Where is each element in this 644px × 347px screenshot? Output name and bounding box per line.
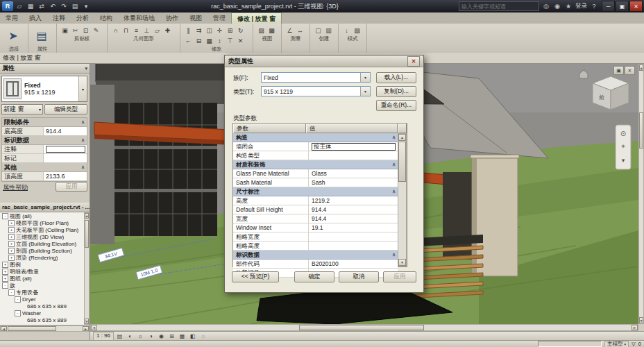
scroll-up-icon[interactable]: ▲ [639, 65, 643, 71]
scroll-up-icon[interactable]: ▲ [85, 213, 89, 219]
rendering-icon[interactable]: ◉ [157, 332, 166, 340]
redo-icon[interactable]: ↷ [59, 2, 69, 11]
properties-icon[interactable]: ▤ [31, 25, 52, 46]
split-face-icon[interactable]: ▱ [152, 25, 162, 35]
canvas-vscrollbar[interactable]: ▲ ▼ [638, 64, 644, 324]
mirror-icon[interactable]: ◫ [204, 25, 214, 35]
minimize-button[interactable]: ─ [602, 1, 615, 12]
param-value[interactable]: 1219.2 [309, 196, 398, 205]
browser-item[interactable]: -专用设备 [0, 289, 84, 296]
scale-icon[interactable]: ↕ [214, 35, 225, 46]
param-value[interactable] [309, 242, 398, 250]
browser-hscroll-thumb[interactable] [8, 326, 56, 331]
rotate-icon[interactable]: ↻ [235, 25, 246, 35]
browser-item[interactable]: +天花板平面 (Ceiling Plan) [0, 226, 84, 233]
ribbon-tab-4[interactable]: 分析 [71, 12, 94, 24]
collapse-icon[interactable]: ∧ [392, 133, 396, 142]
project-browser-header[interactable]: rac_basic_sample_project.rvt - ... [0, 203, 90, 212]
filter-icon[interactable]: ▽ [632, 341, 636, 347]
type-selector[interactable]: Fixed 915 x 1219 ▾ [1, 76, 87, 102]
pin-icon[interactable]: ⊤ [225, 35, 235, 46]
crop-view-icon[interactable]: ⊞ [167, 332, 176, 340]
visual-style-icon[interactable]: ◐ [126, 332, 135, 340]
tree-expander-icon[interactable]: + [8, 241, 15, 247]
thin-lines-icon[interactable]: ▨ [256, 25, 266, 35]
scroll-left-icon[interactable]: ◄ [1, 326, 7, 331]
close-button[interactable]: ✕ [629, 1, 643, 12]
group-icon[interactable]: ▥ [323, 25, 334, 35]
property-value[interactable]: 2133.6 [44, 172, 87, 180]
model-in-place-icon[interactable]: ▧ [352, 25, 362, 35]
tree-expander-icon[interactable]: - [2, 213, 8, 219]
offset-icon[interactable]: ⇉ [194, 25, 204, 35]
vscroll-thumb[interactable] [639, 112, 643, 149]
load-family-icon[interactable]: ↓ [341, 25, 352, 35]
ribbon-tab-6[interactable]: 体量和场地 [118, 12, 160, 24]
modify-tool-icon[interactable]: ➤ [3, 25, 24, 46]
param-value[interactable]: 按主体 [309, 142, 398, 151]
browser-item[interactable]: 686 x 635 x 889 [0, 303, 84, 310]
param-value-editor[interactable]: 按主体 [312, 143, 396, 151]
tree-expander-icon[interactable]: + [8, 255, 15, 261]
type-combo[interactable]: 915 x 1219 ▾ [261, 86, 371, 96]
view-close-button[interactable]: ✕ [625, 66, 635, 75]
cancel-button[interactable]: 取消 [339, 271, 379, 282]
param-value[interactable]: B2020100 [309, 260, 398, 268]
collapse-icon[interactable]: ∧ [81, 163, 85, 171]
tree-expander-icon[interactable]: + [2, 276, 8, 282]
param-group[interactable]: 尺寸标注∧ [233, 187, 398, 196]
favorites-icon[interactable]: ★ [564, 2, 573, 11]
tree-expander-icon[interactable]: - [8, 289, 15, 296]
delete-icon[interactable]: ✕ [235, 35, 246, 46]
property-group[interactable]: 其他∧ [2, 163, 87, 172]
browser-vscroll-thumb[interactable] [85, 220, 89, 248]
chevron-down-icon[interactable]: ▾ [360, 87, 370, 96]
copy-element-icon[interactable]: ⊞ [225, 25, 235, 35]
sync-icon[interactable]: ⇄ [37, 2, 46, 11]
help-icon[interactable]: ? [589, 2, 599, 11]
dialog-close-button[interactable]: ✕ [407, 56, 420, 67]
collapse-icon[interactable]: ∧ [81, 118, 85, 126]
canvas-hscrollbar[interactable]: ◄ ► [90, 324, 638, 331]
browser-item[interactable]: +剖面 (Building Section) [0, 247, 84, 254]
cut-geometry-icon[interactable]: ⊓ [121, 25, 131, 35]
app-menu-button[interactable]: R [2, 1, 13, 11]
dialog-titlebar[interactable]: 类型属性 ✕ [225, 56, 423, 67]
trim-icon[interactable]: ⌐ [183, 35, 194, 46]
edit-type-button[interactable]: 编辑类型 [44, 104, 87, 115]
param-value[interactable]: Sash [309, 178, 398, 187]
ribbon-tab-10[interactable]: 修改 | 放置 窗 [231, 12, 282, 24]
qat-customize-icon[interactable]: ▾ [81, 2, 91, 11]
wall-joins-icon[interactable]: ⊥ [142, 25, 152, 35]
pan-icon[interactable]: ⌖ [621, 142, 625, 150]
browser-item[interactable]: +楼层平面 (Floor Plan) [0, 219, 84, 226]
cope-icon[interactable]: ∩ [110, 25, 121, 35]
dialog-apply-button[interactable]: 应用 [383, 271, 416, 282]
scroll-up-icon[interactable]: ▲ [398, 134, 406, 141]
param-value[interactable]: 914.4 [309, 214, 398, 223]
detail-level-icon[interactable]: ▤ [115, 332, 124, 340]
browser-item[interactable]: -Washer [0, 310, 84, 316]
tree-expander-icon[interactable]: - [15, 296, 21, 303]
tree-expander-icon[interactable]: + [2, 269, 8, 275]
table-vscrollbar[interactable]: ▲ ▼ [398, 133, 407, 266]
browser-vscrollbar[interactable]: ▲ ▼ [84, 212, 90, 325]
property-group[interactable]: 限制条件∧ [2, 118, 87, 127]
collapse-icon[interactable]: ∧ [392, 187, 396, 196]
print-icon[interactable]: ▤ [70, 2, 80, 11]
ok-button[interactable]: 确定 [294, 271, 334, 282]
collapse-icon[interactable]: ∧ [392, 160, 396, 169]
param-group[interactable]: 标识数据∧ [233, 251, 398, 260]
properties-palette-header[interactable]: 属性 ▾ [0, 64, 90, 74]
browser-item[interactable]: -族 [0, 282, 84, 289]
param-value[interactable]: 19.1 [309, 223, 398, 232]
param-value[interactable]: 914.4 [309, 205, 398, 214]
collapse-icon[interactable]: ∧ [81, 136, 85, 144]
browser-item[interactable]: +立面 (Building Elevation) [0, 240, 84, 247]
array-icon[interactable]: ▦ [204, 35, 214, 46]
scroll-down-icon[interactable]: ▼ [639, 317, 643, 323]
navigation-bar[interactable]: ⊙ ⌖ ▾ [616, 125, 631, 169]
undo-icon[interactable]: ↶ [48, 2, 58, 11]
duplicate-button[interactable]: 复制(D)... [376, 86, 416, 97]
browser-item[interactable]: +明细表/数量 [0, 268, 84, 275]
